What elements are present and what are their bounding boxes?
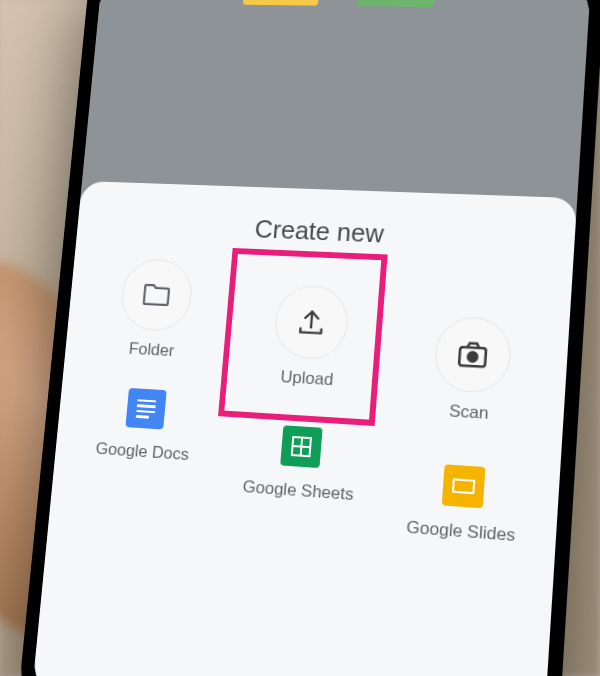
google-sheets-icon bbox=[280, 425, 323, 468]
google-sheets-option[interactable]: Google Sheets bbox=[218, 410, 383, 515]
option-label: Google Sheets bbox=[242, 477, 354, 505]
option-label: Upload bbox=[280, 367, 334, 390]
upload-icon bbox=[273, 284, 351, 361]
upload-option[interactable]: Upload bbox=[228, 274, 394, 401]
google-slides-icon bbox=[442, 464, 486, 508]
folder-option[interactable]: Folder bbox=[75, 248, 236, 372]
sheet-title: Create new bbox=[84, 208, 567, 257]
file-thumbnail bbox=[356, 0, 435, 7]
phone-screen: Create new Folder bbox=[31, 0, 591, 676]
google-slides-option[interactable]: Google Slides bbox=[378, 448, 549, 557]
option-label: Folder bbox=[128, 339, 175, 361]
folder-icon bbox=[119, 258, 195, 333]
drive-file-thumbnails bbox=[95, 0, 591, 58]
file-thumbnail bbox=[243, 0, 320, 6]
option-label: Google Slides bbox=[406, 517, 516, 546]
svg-point-1 bbox=[468, 352, 478, 362]
create-new-bottom-sheet: Create new Folder bbox=[31, 181, 577, 676]
create-options-grid: Folder Upload bbox=[60, 260, 563, 513]
option-label: Google Docs bbox=[95, 439, 190, 465]
google-docs-icon bbox=[125, 388, 166, 430]
phone-frame: Create new Folder bbox=[17, 0, 600, 676]
option-label: Scan bbox=[448, 401, 489, 424]
scan-option[interactable]: Scan bbox=[387, 306, 558, 437]
google-docs-option[interactable]: Google Docs bbox=[65, 373, 224, 475]
camera-icon bbox=[433, 316, 513, 395]
